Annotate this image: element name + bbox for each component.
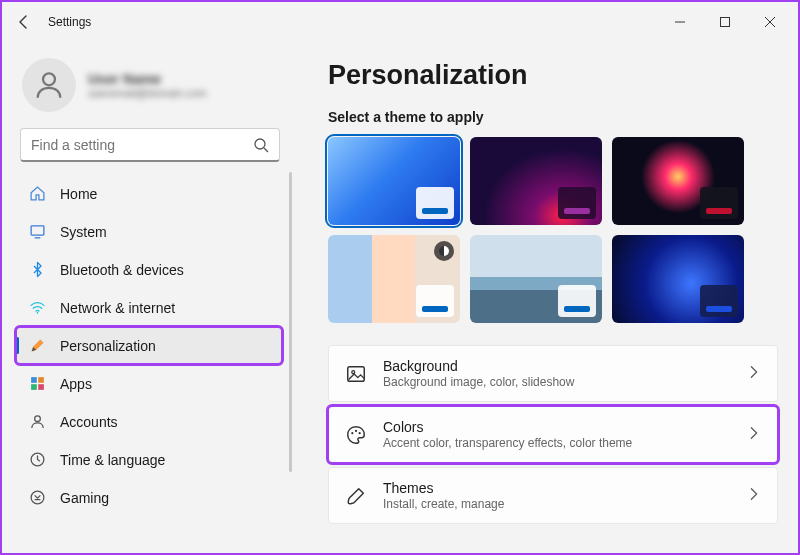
accent-chip xyxy=(416,285,454,317)
search-input[interactable] xyxy=(31,137,253,153)
svg-rect-8 xyxy=(31,377,37,383)
contrast-badge-icon xyxy=(434,241,454,261)
setting-subtitle: Accent color, transparency effects, colo… xyxy=(383,436,731,450)
sidebar-item-label: Personalization xyxy=(60,338,156,354)
setting-title: Background xyxy=(383,358,731,374)
sidebar-item-accounts[interactable]: Accounts xyxy=(16,403,282,440)
theme-card[interactable] xyxy=(328,137,460,225)
settings-list: Background Background image, color, slid… xyxy=(328,345,778,524)
svg-rect-11 xyxy=(38,384,44,390)
profile-name: User Name xyxy=(88,71,207,87)
bluetooth-icon xyxy=(28,261,46,279)
minimize-button[interactable] xyxy=(657,6,702,38)
setting-title: Themes xyxy=(383,480,731,496)
sidebar-item-apps[interactable]: Apps xyxy=(16,365,282,402)
sidebar-item-label: System xyxy=(60,224,107,240)
svg-rect-10 xyxy=(31,384,37,390)
profile-text: User Name useremail@domain.com xyxy=(88,71,207,99)
svg-point-17 xyxy=(351,432,353,434)
svg-point-16 xyxy=(352,370,355,373)
main-content: Personalization Select a theme to apply xyxy=(292,42,798,553)
svg-point-18 xyxy=(355,429,357,431)
sidebar-item-label: Accounts xyxy=(60,414,118,430)
chevron-right-icon xyxy=(747,365,761,382)
search-icon xyxy=(253,137,269,153)
arrow-left-icon xyxy=(16,14,32,30)
svg-line-4 xyxy=(264,148,268,152)
sidebar-item-gaming[interactable]: Gaming xyxy=(16,479,282,516)
themes-grid xyxy=(328,137,778,323)
accent-chip xyxy=(416,187,454,219)
person-icon xyxy=(32,68,66,102)
wifi-icon xyxy=(28,299,46,317)
chevron-right-icon xyxy=(747,487,761,504)
sidebar-item-label: Time & language xyxy=(60,452,165,468)
svg-point-19 xyxy=(359,432,361,434)
sidebar-item-system[interactable]: System xyxy=(16,213,282,250)
theme-card[interactable] xyxy=(470,137,602,225)
sidebar-item-label: Bluetooth & devices xyxy=(60,262,184,278)
avatar xyxy=(22,58,76,112)
svg-rect-5 xyxy=(31,226,44,235)
sidebar-item-label: Network & internet xyxy=(60,300,175,316)
svg-point-7 xyxy=(36,312,38,314)
setting-subtitle: Background image, color, slideshow xyxy=(383,375,731,389)
search-box[interactable] xyxy=(20,128,280,162)
close-button[interactable] xyxy=(747,6,792,38)
personalization-icon xyxy=(28,337,46,355)
sidebar-item-home[interactable]: Home xyxy=(16,175,282,212)
accent-chip xyxy=(558,285,596,317)
nav-list: Home System Bluetooth & devices Network … xyxy=(12,174,288,545)
svg-point-2 xyxy=(43,73,55,85)
sidebar-scrollbar[interactable] xyxy=(289,172,292,472)
theme-card[interactable] xyxy=(612,235,744,323)
accent-chip xyxy=(558,187,596,219)
sidebar-item-label: Apps xyxy=(60,376,92,392)
sidebar-item-label: Home xyxy=(60,186,97,202)
section-label: Select a theme to apply xyxy=(328,109,778,125)
accent-chip xyxy=(700,187,738,219)
back-button[interactable] xyxy=(8,6,40,38)
maximize-button[interactable] xyxy=(702,6,747,38)
page-title: Personalization xyxy=(328,60,778,91)
brush-icon xyxy=(345,485,367,507)
setting-title: Colors xyxy=(383,419,731,435)
window-controls xyxy=(657,6,792,38)
palette-icon xyxy=(345,424,367,446)
window-title: Settings xyxy=(48,15,91,29)
clock-icon xyxy=(28,451,46,469)
minimize-icon xyxy=(675,17,685,27)
sidebar-item-network[interactable]: Network & internet xyxy=(16,289,282,326)
accent-chip xyxy=(700,285,738,317)
theme-card[interactable] xyxy=(470,235,602,323)
theme-card[interactable] xyxy=(612,137,744,225)
chevron-right-icon xyxy=(747,426,761,443)
home-icon xyxy=(28,185,46,203)
setting-row-background[interactable]: Background Background image, color, slid… xyxy=(328,345,778,402)
sidebar: User Name useremail@domain.com Home Syst… xyxy=(2,42,292,553)
gaming-icon xyxy=(28,489,46,507)
sidebar-item-time[interactable]: Time & language xyxy=(16,441,282,478)
setting-subtitle: Install, create, manage xyxy=(383,497,731,511)
sidebar-item-bluetooth[interactable]: Bluetooth & devices xyxy=(16,251,282,288)
sidebar-item-label: Gaming xyxy=(60,490,109,506)
maximize-icon xyxy=(720,17,730,27)
theme-card[interactable] xyxy=(328,235,460,323)
sidebar-item-personalization[interactable]: Personalization xyxy=(16,327,282,364)
profile-email: useremail@domain.com xyxy=(88,87,207,99)
image-icon xyxy=(345,363,367,385)
profile-block[interactable]: User Name useremail@domain.com xyxy=(12,50,288,128)
system-icon xyxy=(28,223,46,241)
svg-point-3 xyxy=(255,139,265,149)
setting-row-colors[interactable]: Colors Accent color, transparency effect… xyxy=(328,406,778,463)
svg-rect-9 xyxy=(38,377,44,383)
setting-row-themes[interactable]: Themes Install, create, manage xyxy=(328,467,778,524)
titlebar: Settings xyxy=(2,2,798,42)
svg-rect-15 xyxy=(348,366,365,381)
accounts-icon xyxy=(28,413,46,431)
svg-rect-1 xyxy=(720,18,729,27)
svg-point-12 xyxy=(34,416,40,422)
apps-icon xyxy=(28,375,46,393)
close-icon xyxy=(765,17,775,27)
